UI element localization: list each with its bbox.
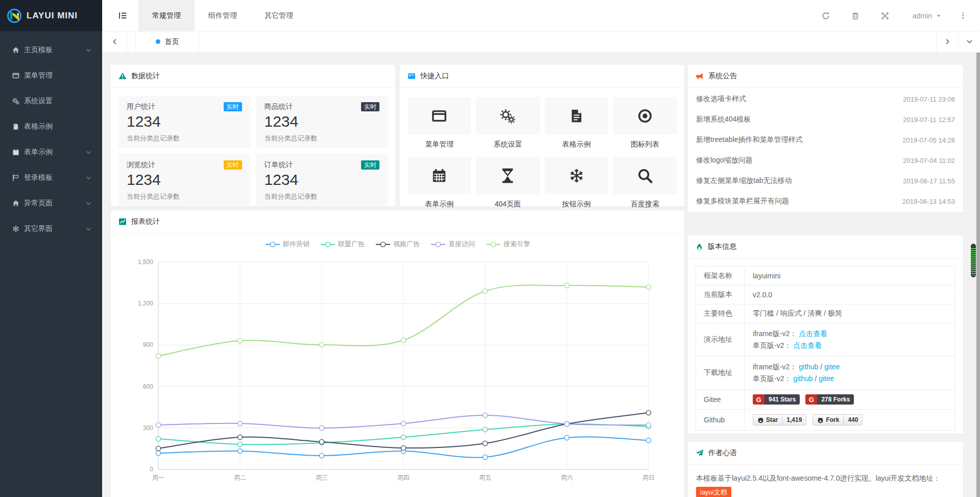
logo[interactable]: LAYUI MINI — [0, 0, 102, 31]
author-line1: 本模板基于layui2.5.4以及font-awesome-4.7.0进行实现。… — [696, 474, 940, 482]
data-point[interactable] — [156, 436, 160, 441]
quick-entry-form-demo[interactable]: 表单示例 — [408, 157, 471, 217]
quick-entry-page-404[interactable]: 404页面 — [476, 157, 539, 217]
link-点击查看[interactable]: 点击查看 — [799, 329, 827, 338]
data-point[interactable] — [156, 451, 160, 455]
data-point[interactable] — [237, 338, 242, 343]
topnav-other[interactable]: 其它管理 — [251, 0, 307, 31]
announcement-row[interactable]: 修改选项卡样式2019-07-11 23:06 — [688, 89, 963, 109]
trash-icon[interactable] — [851, 12, 859, 20]
refresh-icon[interactable] — [822, 12, 830, 20]
data-point[interactable] — [564, 435, 569, 440]
link-gitee[interactable]: gitee — [824, 363, 840, 371]
data-point[interactable] — [319, 342, 324, 347]
data-point[interactable] — [401, 338, 405, 342]
data-point[interactable] — [237, 442, 242, 446]
realtime-badge: 实时 — [361, 160, 379, 170]
data-point[interactable] — [319, 453, 324, 458]
data-point[interactable] — [646, 285, 651, 289]
legend-item-直接访问[interactable]: 直接访问 — [431, 240, 475, 249]
tab-scroll-right-button[interactable] — [936, 31, 958, 52]
data-point[interactable] — [564, 421, 569, 426]
link-github[interactable]: github — [799, 363, 818, 371]
tab-operations-button[interactable] — [958, 31, 980, 52]
data-point[interactable] — [156, 446, 160, 451]
page-scrollbar-thumb[interactable] — [971, 244, 976, 277]
collapse-menu-icon[interactable] — [118, 11, 127, 20]
data-point[interactable] — [483, 455, 487, 459]
data-point[interactable] — [237, 448, 242, 453]
quick-entry-table-demo[interactable]: 表格示例 — [545, 97, 608, 157]
data-point[interactable] — [646, 438, 651, 442]
sidebar-item-menu-manage[interactable]: 菜单管理 — [0, 63, 102, 88]
x-axis-tick: 周日 — [642, 474, 655, 481]
data-point[interactable] — [237, 435, 242, 439]
data-point[interactable] — [319, 439, 324, 444]
data-point[interactable] — [564, 283, 569, 288]
link-gitee[interactable]: gitee — [819, 374, 834, 383]
quick-entry-label: 按钮示例 — [545, 200, 608, 209]
tab-scroll-left-button[interactable] — [102, 31, 127, 52]
data-point[interactable] — [401, 435, 405, 439]
announcement-row[interactable]: 修复左侧菜单缩放tab无法移动2019-06-17 11:55 — [688, 171, 963, 191]
announcement-row[interactable]: 新增系统404模板2019-07-11 12:57 — [688, 109, 963, 130]
gitee-badge[interactable]: G941 Stars — [753, 394, 800, 405]
line-chart-icon — [118, 218, 127, 226]
quick-entry-button-demo[interactable]: 按钮示例 — [545, 157, 608, 217]
window-scrollbar[interactable] — [976, 0, 980, 497]
topnav-component[interactable]: 组件管理 — [195, 0, 251, 31]
link-prefix: iframe版-v2： — [753, 329, 799, 338]
github-fork-badge[interactable]: Fork440 — [812, 414, 863, 425]
sidebar-item-home-template[interactable]: 主页模板 — [0, 37, 102, 63]
sidebar-item-system-setting[interactable]: 系统设置 — [0, 88, 102, 114]
data-point[interactable] — [483, 427, 487, 432]
sidebar-item-table-demo[interactable]: 表格示例 — [0, 114, 102, 139]
version-link-line: 单页版-v2： 点击查看 — [753, 340, 947, 351]
announcement-row[interactable]: 修改logo缩放问题2019-07-04 11:02 — [688, 150, 963, 171]
link-github[interactable]: github — [793, 374, 812, 383]
tab-home[interactable]: 首页 — [135, 31, 199, 52]
user-dropdown[interactable]: admin — [913, 12, 942, 20]
github-action-label: Star — [766, 416, 778, 423]
quick-entry-system-setting[interactable]: 系统设置 — [476, 97, 539, 157]
layui-doc-badge[interactable]: layui文档 — [696, 487, 731, 497]
announcement-row[interactable]: 新增treetable插件和菜单管理样式2019-07-05 14:28 — [688, 130, 963, 150]
sidebar-item-login-template[interactable]: 登录模板 — [0, 165, 102, 191]
legend-item-邮件营销[interactable]: 邮件营销 — [265, 240, 309, 249]
announcement-row[interactable]: 修复多模块菜单栏展开有问题2019-06-13 14:53 — [688, 191, 963, 211]
y-axis-tick: 1,200 — [138, 300, 153, 307]
data-point[interactable] — [319, 425, 324, 430]
card-data-stats: 数据统计 用户统计实时1234当前分类总记录数商品统计实时1234当前分类总记录… — [111, 65, 395, 206]
quick-entry-icon-list[interactable]: 图标列表 — [613, 97, 677, 157]
data-point[interactable] — [401, 445, 405, 450]
sidebar-item-other-ui[interactable]: 其它界面 — [0, 216, 102, 242]
sidebar-item-form-demo[interactable]: 表单示例 — [0, 139, 102, 165]
data-point[interactable] — [237, 421, 242, 425]
data-point[interactable] — [483, 413, 487, 417]
quick-entry-baidu-search[interactable]: 百度搜索 — [613, 157, 677, 217]
stat-desc: 当前分类总记录数 — [127, 134, 242, 143]
data-point[interactable] — [401, 421, 405, 425]
topnav-general[interactable]: 常规管理 — [138, 0, 195, 31]
quick-entry-menu-manage[interactable]: 菜单管理 — [408, 97, 471, 157]
data-point[interactable] — [646, 422, 651, 427]
content: 数据统计 用户统计实时1234当前分类总记录数商品统计实时1234当前分类总记录… — [102, 53, 980, 497]
legend-item-联盟广告[interactable]: 联盟广告 — [320, 240, 365, 249]
content-left-column: 数据统计 用户统计实时1234当前分类总记录数商品统计实时1234当前分类总记录… — [111, 65, 684, 497]
more-menu-icon[interactable] — [959, 12, 967, 19]
data-point[interactable] — [156, 353, 160, 358]
quick-entry-label: 百度搜索 — [613, 200, 677, 209]
legend-item-视频广告[interactable]: 视频广告 — [375, 240, 420, 249]
link-点击查看[interactable]: 点击查看 — [793, 341, 822, 349]
chevron-down-icon — [85, 200, 92, 207]
legend-marker-icon — [431, 241, 446, 248]
github-star-badge[interactable]: Star1,419 — [753, 414, 806, 425]
data-point[interactable] — [483, 441, 487, 445]
data-point[interactable] — [156, 422, 160, 427]
data-point[interactable] — [646, 410, 651, 415]
fullscreen-icon[interactable] — [881, 12, 889, 20]
legend-item-搜索引擎[interactable]: 搜索引擎 — [486, 240, 530, 249]
sidebar-item-error-page[interactable]: 异常页面 — [0, 191, 102, 216]
data-point[interactable] — [483, 289, 487, 293]
gitee-badge[interactable]: G278 Forks — [805, 394, 854, 405]
